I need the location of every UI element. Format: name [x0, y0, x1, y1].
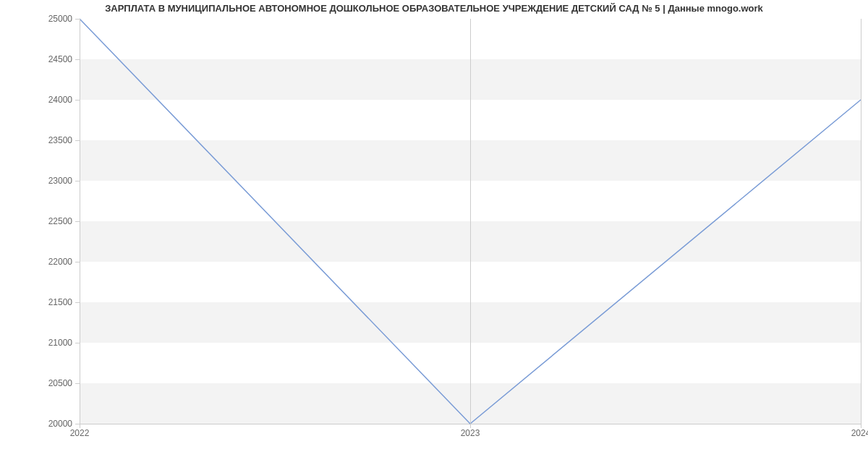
plot-area — [80, 19, 861, 424]
y-tick-label: 22000 — [48, 257, 72, 267]
y-tick-label: 25000 — [48, 14, 72, 24]
chart-title: ЗАРПЛАТА В МУНИЦИПАЛЬНОЕ АВТОНОМНОЕ ДОШК… — [0, 3, 868, 14]
y-tick-label: 23500 — [48, 135, 72, 145]
y-tick-label: 22500 — [48, 216, 72, 226]
y-tick-label: 20500 — [48, 378, 72, 388]
y-tick-label: 24500 — [48, 54, 72, 64]
y-axis-labels: 2000020500210002150022000225002300023500… — [0, 19, 80, 424]
salary-line-chart: ЗАРПЛАТА В МУНИЦИПАЛЬНОЕ АВТОНОМНОЕ ДОШК… — [0, 0, 868, 470]
x-tick-label: 2023 — [461, 428, 480, 438]
y-tick-label: 23000 — [48, 176, 72, 186]
x-tick-label: 2024 — [851, 428, 868, 438]
x-gridline — [470, 19, 471, 424]
x-gridline — [861, 19, 861, 424]
x-gridline — [80, 19, 80, 424]
y-tick-label: 20000 — [48, 419, 72, 429]
y-tick-label: 21000 — [48, 338, 72, 348]
x-tick-label: 2022 — [70, 428, 90, 438]
x-axis-labels: 202220232024 — [80, 427, 861, 441]
y-tick-label: 24000 — [48, 95, 72, 105]
y-tick-label: 21500 — [48, 297, 72, 307]
